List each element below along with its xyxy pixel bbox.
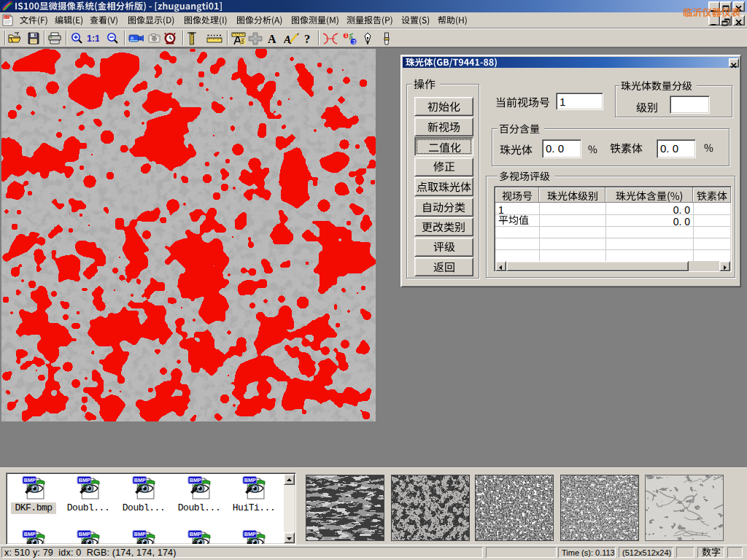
svg-text:1: 1 — [345, 33, 348, 38]
svg-text:3: 3 — [352, 39, 356, 45]
svg-text:A: A — [268, 33, 276, 44]
svg-text:?: ? — [304, 32, 310, 44]
svg-text:1:1: 1:1 — [87, 34, 99, 43]
svg-text:DOC: DOC — [4, 16, 10, 19]
